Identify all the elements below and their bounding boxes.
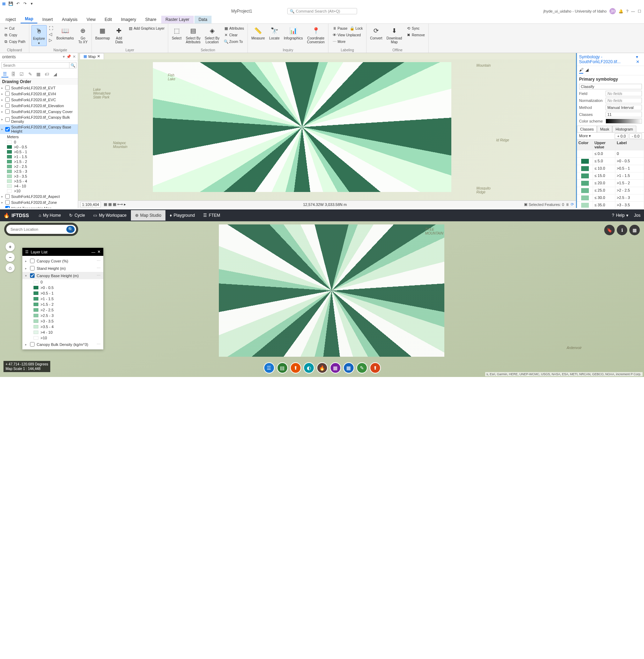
class-label[interactable]: >1.5 - 2 <box>615 180 644 187</box>
copy-path-button[interactable]: ⧉Copy Path <box>2 38 27 45</box>
layer-menu-icon[interactable]: ⋯ <box>97 273 101 278</box>
map-view[interactable]: ▦ Map ✕ Fish LakeLake Wenatchee State Pa… <box>78 53 576 208</box>
goto-xy-button[interactable]: ⊕Go To XY <box>77 25 89 45</box>
class-label[interactable]: 0 <box>615 150 644 158</box>
class-swatch[interactable] <box>581 181 589 186</box>
pin-icon[interactable]: 📌 <box>66 54 71 59</box>
layer-list-item[interactable]: ▸Canopy Bulk Density (kg/m^3)⋯ <box>22 341 103 348</box>
map-canvas[interactable]: Fish LakeLake Wenatchee State ParkNatapo… <box>78 59 576 200</box>
more-labels-button[interactable]: ⋯More <box>331 38 364 45</box>
layer-list-item[interactable]: ▸Canopy Cover (%)⋯ <box>22 257 103 265</box>
next-extent-icon[interactable]: ▷ <box>49 38 53 43</box>
sym-close-icon[interactable]: ✕ <box>636 59 639 64</box>
layer-item[interactable]: ▸SouthForkLF2020.tif_EVT <box>0 85 78 91</box>
attributes-button[interactable]: ▦Attributes <box>222 25 245 31</box>
expand-icon[interactable]: ▸ <box>25 259 28 263</box>
symbology-tab-histogram[interactable]: Histogram <box>612 126 636 132</box>
class-label[interactable]: >1 - 1.5 <box>615 172 644 180</box>
expand-icon[interactable]: ▸ <box>1 195 3 198</box>
expand-icon[interactable]: ▸ <box>1 98 3 102</box>
map-scale[interactable]: 1:109,404 <box>80 202 101 207</box>
list-snapping-icon[interactable]: ▦ <box>35 71 42 77</box>
layer-item[interactable]: ▸SouthForkLF2020.tif_Canopy Cover <box>0 109 78 114</box>
map-tool-button[interactable]: ⬆ <box>290 362 301 373</box>
minimize-icon[interactable]: — <box>631 9 635 13</box>
close-pane-icon[interactable]: ✕ <box>73 54 76 59</box>
clear-button[interactable]: ✕Clear <box>222 32 245 38</box>
list-perspective-icon[interactable]: ◢ <box>52 71 59 77</box>
expand-icon[interactable]: ▾ <box>25 274 28 277</box>
layer-menu-icon[interactable]: ⋯ <box>97 342 101 347</box>
offset2-input[interactable]: - 0.0 <box>629 133 642 139</box>
symbology-row[interactable]: ≤ 10.0>0.5 - 1 <box>577 165 644 172</box>
close-tab-icon[interactable]: ✕ <box>97 54 100 59</box>
sync-button[interactable]: ⟲Sync <box>405 25 426 31</box>
cut-button[interactable]: ✂Cut <box>2 25 27 31</box>
locate-button[interactable]: 🔭Locate <box>268 25 281 41</box>
minimize-panel-icon[interactable]: — <box>91 250 95 254</box>
upper-value[interactable]: ≤ 25.0 <box>593 187 615 194</box>
iftdss-map[interactable]: 🔍 + − ⌂ 🔖 ℹ ▦ ☰ Layer List — ✕ ▸Canopy C… <box>0 221 644 377</box>
color-scheme-dropdown[interactable] <box>606 119 642 124</box>
full-extent-icon[interactable]: ⛶ <box>49 26 53 31</box>
classes-dropdown[interactable]: 11 <box>606 112 642 117</box>
map-tool-button[interactable]: ▤ <box>277 362 288 373</box>
layer-item[interactable]: ▸SouthForkLF2020.tif_EVH <box>0 91 78 97</box>
ribbon-tab-map[interactable]: Map <box>21 15 37 23</box>
layer-checkbox[interactable] <box>5 200 10 205</box>
layer-checkbox[interactable] <box>30 259 35 263</box>
ribbon-tab-analysis[interactable]: Analysis <box>58 16 82 23</box>
contents-search-input[interactable] <box>1 62 69 68</box>
basemap-button[interactable]: ▦ <box>629 225 640 235</box>
class-label[interactable]: >3 - 3.5 <box>615 202 644 208</box>
zoom-out-button[interactable]: − <box>6 253 15 262</box>
layer-item[interactable]: ▸SouthForkLF2020.tif_Aspect <box>0 193 78 199</box>
prev-extent-icon[interactable]: ◁ <box>49 32 53 37</box>
expand-icon[interactable]: ▸ <box>1 201 3 204</box>
layer-checkbox[interactable] <box>5 103 10 108</box>
coord-conv-button[interactable]: 📍Coordinate Conversion <box>305 25 326 45</box>
remove-button[interactable]: ✖Remove <box>405 32 426 38</box>
notifications-icon[interactable]: 🔔 <box>619 9 623 14</box>
upper-value[interactable]: ≤ 15.0 <box>593 172 615 180</box>
basemap-button[interactable]: ▦Basemap <box>94 25 111 41</box>
layer-item[interactable]: ▸SouthForkLF2020.tif_Canopy Base Height <box>0 124 78 134</box>
user-avatar[interactable]: JH <box>609 8 616 14</box>
nav-playground[interactable]: ♦Playground <box>165 210 199 221</box>
class-swatch[interactable] <box>581 166 589 171</box>
contents-search-button[interactable]: 🔍 <box>69 62 76 68</box>
upper-value[interactable]: ≤ 30.0 <box>593 194 615 202</box>
layer-item[interactable]: ▸SouthForkLF2020.tif_Zone <box>0 199 78 205</box>
ribbon-tab-insert[interactable]: Insert <box>38 16 57 23</box>
ribbon-tab-raster-layer[interactable]: Raster Layer <box>161 16 194 23</box>
offset-input[interactable]: + 0.0 <box>615 133 628 139</box>
class-swatch[interactable] <box>581 151 589 156</box>
project-icon[interactable]: ▦ <box>1 1 6 6</box>
layer-checkbox[interactable] <box>30 266 35 271</box>
qat-dropdown-icon[interactable]: ▾ <box>29 1 34 6</box>
pause-draw-icon[interactable]: ⏸ <box>565 202 569 207</box>
list-drawing-order-icon[interactable]: ☰ <box>1 71 8 77</box>
map-tool-button[interactable]: ✎ <box>356 362 368 373</box>
layer-checkbox[interactable] <box>5 91 10 96</box>
expand-icon[interactable]: ▸ <box>1 127 3 131</box>
symbology-tab-mask[interactable]: Mask <box>597 126 612 132</box>
map-tab[interactable]: ▦ Map ✕ <box>80 53 104 59</box>
maximize-icon[interactable]: ☐ <box>638 9 641 14</box>
list-source-icon[interactable]: 🗄 <box>10 71 17 77</box>
pause-labels-button[interactable]: ⏸Pause 🔒Lock <box>331 25 364 31</box>
layer-menu-icon[interactable]: ⋯ <box>97 266 101 271</box>
upper-value[interactable]: ≤ 35.0 <box>593 202 615 208</box>
map-tool-button[interactable]: ⬆ <box>370 362 381 373</box>
view-unplaced-button[interactable]: 👁View Unplaced <box>331 32 364 38</box>
method-dropdown[interactable]: Manual Interval <box>606 105 642 110</box>
map-tool-button[interactable]: ◐ <box>303 362 314 373</box>
layer-item[interactable]: ▸SouthForkLF2020.tif_Canopy Bulk Density <box>0 114 78 124</box>
location-search-input[interactable] <box>10 227 66 231</box>
layer-checkbox[interactable] <box>30 273 35 278</box>
ribbon-tab-roject[interactable]: roject <box>1 16 20 23</box>
expand-icon[interactable]: ▸ <box>1 110 3 113</box>
vary-symbology-icon[interactable]: ◢ <box>585 67 589 74</box>
explore-button[interactable]: 🖱Explore▾ <box>31 25 47 46</box>
upper-value[interactable]: ≤ 20.0 <box>593 180 615 187</box>
